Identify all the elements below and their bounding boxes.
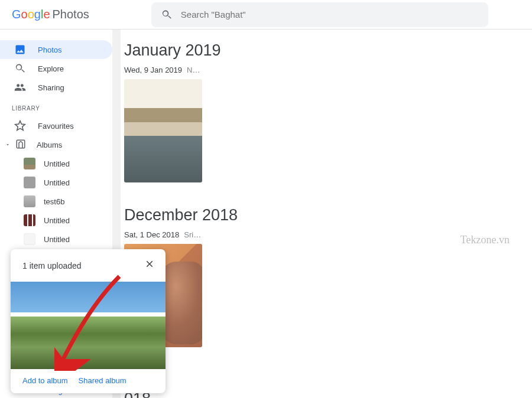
search-input[interactable] bbox=[181, 9, 479, 19]
month-title: January 2019 bbox=[124, 41, 532, 60]
sharing-icon bbox=[14, 81, 26, 93]
star-icon bbox=[14, 120, 26, 132]
logo[interactable]: Google Photos bbox=[12, 8, 89, 21]
product-name: Photos bbox=[53, 8, 89, 21]
album-thumb bbox=[24, 195, 35, 207]
nav-photos[interactable]: Photos bbox=[0, 40, 112, 59]
nav-label: Sharing bbox=[38, 83, 64, 92]
shared-album-button[interactable]: Shared album bbox=[79, 376, 126, 385]
album-thumb bbox=[24, 158, 35, 169]
album-item[interactable]: Untitled bbox=[0, 154, 112, 173]
location-text: Srinagar bbox=[184, 230, 202, 239]
albums-icon bbox=[15, 139, 26, 151]
search-icon bbox=[161, 9, 173, 21]
google-logo: Google bbox=[12, 8, 50, 21]
month-section: December 2018 Sat, 1 Dec 2018 Srinagar bbox=[124, 206, 532, 347]
nav-label: Photos bbox=[38, 45, 61, 54]
location-text: National Zoological Park bbox=[187, 66, 202, 74]
nav-label: Explore bbox=[38, 64, 64, 73]
search-bar[interactable] bbox=[151, 2, 488, 27]
header: Google Photos bbox=[0, 0, 532, 30]
album-item[interactable]: Untitled bbox=[0, 230, 112, 249]
photos-icon bbox=[14, 44, 26, 56]
album-name: Untitled bbox=[44, 159, 70, 168]
album-name: test6b bbox=[44, 197, 64, 206]
close-icon[interactable] bbox=[142, 257, 157, 273]
nav-label: Albums bbox=[37, 141, 62, 149]
album-item[interactable]: test6b bbox=[0, 192, 112, 211]
album-name: Untitled bbox=[44, 235, 70, 244]
nav-albums[interactable]: Albums bbox=[0, 135, 112, 154]
add-to-album-button[interactable]: Add to album bbox=[22, 376, 68, 385]
album-thumb bbox=[24, 233, 35, 245]
toast-title: 1 item uploaded bbox=[22, 261, 82, 270]
nav-favourites[interactable]: Favourites bbox=[0, 116, 112, 135]
date-text: Wed, 9 Jan 2019 bbox=[124, 66, 182, 74]
month-section: January 2019 Wed, 9 Jan 2019 National Zo… bbox=[124, 41, 532, 182]
date-row: Sat, 1 Dec 2018 Srinagar bbox=[124, 230, 202, 239]
album-thumb bbox=[24, 177, 35, 188]
album-name: Untitled bbox=[44, 216, 70, 225]
library-label: LIBRARY bbox=[0, 97, 112, 116]
nav-explore[interactable]: Explore bbox=[0, 59, 112, 78]
album-thumb bbox=[24, 214, 35, 226]
upload-toast: 1 item uploaded Add to album Shared albu… bbox=[11, 249, 166, 393]
main-content: January 2019 Wed, 9 Jan 2019 National Zo… bbox=[121, 30, 532, 398]
album-item[interactable]: Untitled bbox=[0, 211, 112, 230]
explore-icon bbox=[14, 63, 26, 74]
nav-sharing[interactable]: Sharing bbox=[0, 78, 112, 97]
nav-label: Favourites bbox=[38, 122, 74, 131]
date-text: Sat, 1 Dec 2018 bbox=[124, 230, 179, 239]
month-title: December 2018 bbox=[124, 206, 532, 224]
photo-thumbnail[interactable] bbox=[124, 79, 202, 182]
date-row: Wed, 9 Jan 2019 National Zoological Park bbox=[124, 66, 202, 74]
caret-down-icon bbox=[5, 141, 12, 149]
album-name: Untitled bbox=[44, 178, 70, 187]
album-item[interactable]: Untitled bbox=[0, 173, 112, 192]
uploaded-photo-preview[interactable] bbox=[11, 282, 166, 369]
